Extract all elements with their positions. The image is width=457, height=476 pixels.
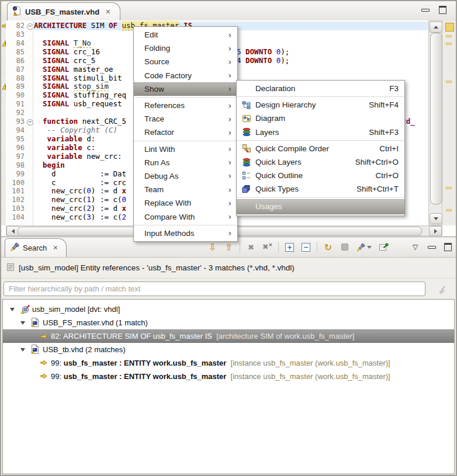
submenu-chevron-icon: › — [228, 128, 231, 137]
line-number: 100 — [6, 179, 25, 187]
search-description-icon — [7, 263, 14, 273]
code-token: new_crc: — [86, 152, 122, 161]
pin-view-icon[interactable] — [377, 241, 390, 253]
vertical-scrollbar[interactable] — [428, 20, 442, 225]
submenu-item-layers[interactable]: LayersShift+F3 — [237, 126, 404, 139]
code-token: usb_request — [74, 99, 122, 108]
search-view: Search ✕ ⇩⇧✖✖✖+−↻▽ [usb_sim_model] Entit… — [1, 237, 456, 475]
remove-all-matches-icon[interactable]: ✖✖ — [261, 241, 274, 253]
menu-item-show[interactable]: Show› — [134, 82, 237, 96]
search-toolbar: ⇩⇧✖✖✖+−↻▽ — [206, 240, 455, 254]
search-tree-row[interactable]: USB_tb.vhd (2 matches) — [3, 343, 454, 356]
menu-item-refactor[interactable]: Refactor› — [134, 126, 237, 139]
menu-item-run-as[interactable]: Run As› — [134, 156, 237, 169]
line-number: 99 — [6, 170, 25, 178]
remove-selected-matches-icon[interactable]: ✖ — [244, 241, 258, 253]
expand-all-icon[interactable]: + — [283, 241, 296, 253]
submenu-item-usages[interactable]: Usages — [237, 199, 404, 214]
menu-item-label: Folding — [144, 44, 170, 53]
submenu-chevron-icon: › — [228, 71, 231, 79]
cancel-search-icon[interactable] — [338, 241, 351, 253]
submenu-item-declaration[interactable]: DeclarationF3 — [237, 82, 404, 95]
menu-item-label: Quick Compile Order — [255, 144, 329, 153]
search-description-text: [usb_sim_model] Entity references - 'usb… — [19, 263, 295, 272]
code-token — [34, 134, 47, 143]
overview-warning-marker[interactable] — [446, 43, 452, 45]
search-tab[interactable]: Search ✕ — [5, 238, 67, 257]
scroll-down-icon[interactable] — [430, 213, 442, 224]
scroll-right-icon[interactable] — [429, 226, 442, 236]
overview-warning-marker[interactable] — [446, 209, 452, 211]
overview-warning-marker[interactable] — [446, 35, 452, 37]
menu-item-label: Quick Outline — [255, 171, 303, 180]
expander-icon[interactable] — [10, 308, 15, 311]
overview-warning-marker[interactable] — [446, 81, 452, 83]
editor-tab-close-icon[interactable]: ✕ — [105, 8, 110, 16]
menu-separator — [134, 225, 237, 225]
menu-item-debug-as[interactable]: Debug As› — [134, 169, 237, 183]
vertical-scroll-thumb[interactable] — [430, 33, 442, 204]
menu-item-lint-with[interactable]: Lint With› — [134, 143, 237, 156]
code-token: 0 — [86, 186, 91, 195]
overview-status-square[interactable] — [445, 23, 454, 32]
search-match-row[interactable]: 99: usb_fs_master : ENTITY work.usb_fs_m… — [3, 356, 454, 370]
menu-item-input-methods[interactable]: Input Methods› — [134, 227, 237, 240]
minimize-editor-icon[interactable] — [421, 9, 430, 12]
expander-icon[interactable] — [20, 348, 25, 352]
code-token — [34, 39, 43, 47]
menu-item-replace-with[interactable]: Replace With› — [134, 196, 237, 210]
editor-context-menu: Edit›Folding›Source›Code Factory›Show›Re… — [133, 26, 238, 242]
view-menu-icon[interactable]: ▽ — [408, 241, 422, 253]
menu-item-edit[interactable]: Edit› — [134, 28, 237, 41]
menu-item-label: Usages — [255, 202, 282, 211]
clear-filter-icon[interactable] — [435, 283, 450, 297]
line-number: 86 — [6, 57, 25, 65]
submenu-item-diagram[interactable]: Diagram — [237, 112, 404, 125]
scroll-up-icon[interactable] — [430, 22, 442, 33]
code-token — [34, 91, 43, 99]
previous-searches-icon[interactable] — [354, 241, 374, 253]
search-tree-row[interactable]: usb_sim_model [dvt: vhdl] — [3, 303, 454, 316]
minimize-view-icon[interactable] — [425, 241, 438, 253]
editor-tab[interactable]: USB_FS_master.vhd ✕ — [7, 2, 120, 20]
menu-item-source[interactable]: Source› — [134, 55, 237, 68]
run-search-again-icon[interactable]: ↻ — [321, 241, 335, 253]
menu-item-team[interactable]: Team› — [134, 183, 237, 196]
search-match-row[interactable]: 99: usb_fs_master : ENTITY work.usb_fs_m… — [3, 370, 454, 383]
code-token: SIGNAL — [43, 65, 74, 74]
code-token: 4 — [237, 56, 245, 65]
menu-item-label: Diagram — [255, 114, 285, 123]
menu-item-trace[interactable]: Trace› — [134, 112, 237, 126]
expander-icon[interactable] — [20, 321, 25, 325]
menu-item-folding[interactable]: Folding› — [134, 41, 237, 55]
search-match-row[interactable]: 82: ARCHITECTURE SIM OF usb_fs_master IS… — [3, 329, 454, 343]
code-token: SIGNAL — [43, 56, 74, 65]
submenu-item-quick-outline[interactable]: Quick OutlineCtrl+O — [237, 169, 404, 182]
project-icon — [20, 304, 30, 314]
submenu-chevron-icon: › — [228, 199, 231, 207]
submenu-item-quick-layers[interactable]: Quick LayersShift+Ctrl+O — [237, 155, 404, 169]
maximize-editor-icon[interactable] — [439, 6, 446, 14]
submenu-item-quick-types[interactable]: Quick TypesShift+Ctrl+T — [237, 182, 404, 196]
menu-item-compare-with[interactable]: Compare With› — [134, 210, 237, 223]
search-tab-close-icon[interactable]: ✕ — [53, 244, 58, 252]
menu-item-references[interactable]: References› — [134, 99, 237, 112]
submenu-chevron-icon: › — [228, 229, 231, 237]
menu-item-code-factory[interactable]: Code Factory› — [134, 69, 237, 82]
show-previous-match-icon[interactable]: ⇧ — [222, 241, 236, 253]
show-next-match-icon[interactable]: ⇩ — [206, 241, 219, 253]
line-number: 98 — [6, 161, 25, 169]
code-token: 0 — [122, 195, 127, 204]
code-token: crc_5 — [74, 56, 96, 65]
filter-input[interactable] — [4, 282, 425, 296]
submenu-item-design-hierarchy[interactable]: Design HierarchyShift+F4 — [237, 98, 404, 112]
submenu-chevron-icon: › — [228, 44, 231, 53]
collapse-all-icon[interactable]: − — [299, 241, 313, 253]
maximize-view-icon[interactable] — [441, 241, 455, 253]
search-flashlight-icon — [10, 242, 19, 253]
submenu-chevron-icon: › — [228, 85, 231, 93]
submenu-item-quick-compile-order[interactable]: Quick Compile OrderCtrl+I — [237, 142, 404, 155]
menu-item-label: Layers — [255, 128, 279, 137]
search-tree-row[interactable]: USB_FS_master.vhd (1 match) — [3, 316, 454, 329]
overview-warning-marker[interactable] — [446, 187, 452, 189]
